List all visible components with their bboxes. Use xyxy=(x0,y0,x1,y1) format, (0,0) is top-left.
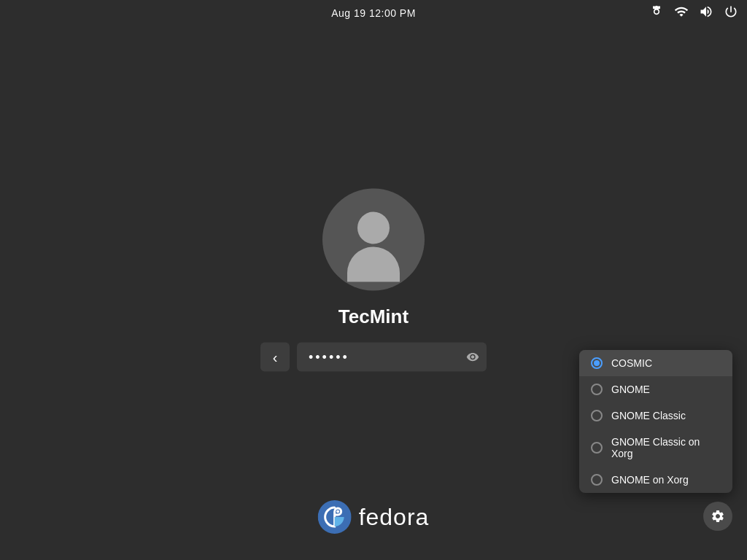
avatar-head xyxy=(357,212,390,244)
radio-gnome-classic xyxy=(591,410,603,421)
password-row: ‹ xyxy=(260,343,487,372)
volume-icon[interactable] xyxy=(699,4,713,22)
session-label-gnome-classic: GNOME Classic xyxy=(611,410,686,421)
password-field-wrapper xyxy=(297,343,487,372)
accessibility-icon[interactable] xyxy=(649,4,664,22)
session-item-gnome-classic[interactable]: GNOME Classic xyxy=(579,402,732,429)
avatar xyxy=(322,189,425,291)
radio-gnome-classic-xorg xyxy=(591,442,603,454)
power-icon[interactable] xyxy=(724,4,738,22)
svg-point-2 xyxy=(336,510,339,513)
session-label-gnome-xorg: GNOME on Xorg xyxy=(611,474,689,486)
fedora-logo-icon xyxy=(318,500,352,534)
password-input[interactable] xyxy=(297,343,487,372)
topbar-icons xyxy=(649,4,738,22)
settings-button[interactable] xyxy=(703,502,732,531)
session-dropdown: COSMICGNOMEGNOME ClassicGNOME Classic on… xyxy=(579,350,732,493)
fedora-logo: fedora xyxy=(318,500,430,534)
topbar: Aug 19 12:00 PM xyxy=(0,0,747,26)
session-label-gnome: GNOME xyxy=(611,384,650,395)
session-item-gnome[interactable]: GNOME xyxy=(579,376,732,402)
session-item-cosmic[interactable]: COSMIC xyxy=(579,350,732,376)
avatar-body xyxy=(347,247,400,282)
avatar-figure xyxy=(347,212,400,282)
session-label-gnome-classic-xorg: GNOME Classic on Xorg xyxy=(611,436,721,459)
topbar-datetime: Aug 19 12:00 PM xyxy=(331,7,416,19)
login-form: TecMint ‹ xyxy=(260,189,487,372)
radio-cosmic xyxy=(591,357,603,369)
network-icon[interactable] xyxy=(674,4,689,22)
fedora-brand-text: fedora xyxy=(359,504,430,531)
session-item-gnome-xorg[interactable]: GNOME on Xorg xyxy=(579,467,732,493)
show-password-button[interactable] xyxy=(466,351,479,364)
username-label: TecMint xyxy=(338,306,409,328)
radio-gnome xyxy=(591,384,603,395)
radio-gnome-xorg xyxy=(591,474,603,486)
session-label-cosmic: COSMIC xyxy=(611,357,652,369)
session-item-gnome-classic-xorg[interactable]: GNOME Classic on Xorg xyxy=(579,429,732,467)
back-button[interactable]: ‹ xyxy=(260,343,290,372)
